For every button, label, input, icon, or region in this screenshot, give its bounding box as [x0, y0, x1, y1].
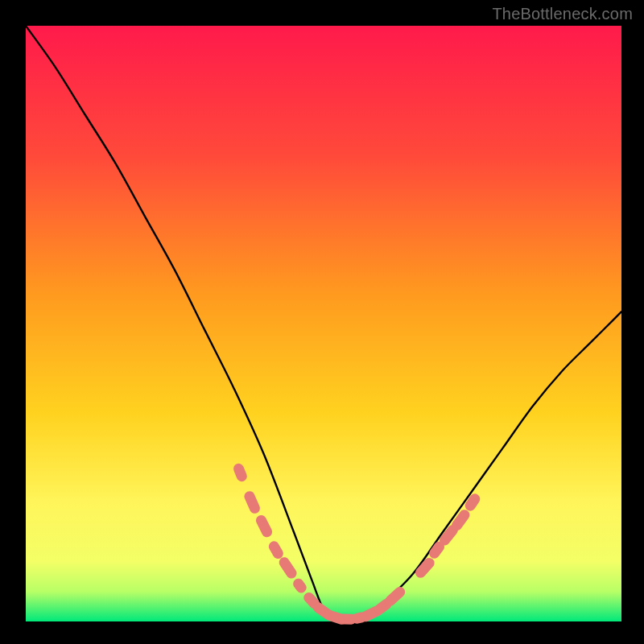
- marker-segment: [239, 469, 242, 476]
- watermark-text: TheBottleneck.com: [492, 5, 633, 23]
- marker-segment: [444, 530, 452, 540]
- plot-background: [26, 26, 621, 621]
- marker-segment: [274, 547, 278, 554]
- marker-segment: [299, 584, 302, 588]
- marker-segment: [456, 515, 464, 526]
- marker-segment: [390, 592, 400, 601]
- marker-segment: [284, 563, 291, 573]
- marker-segment: [261, 520, 266, 531]
- chart-svg: [0, 0, 644, 644]
- marker-segment: [250, 497, 255, 509]
- chart-stage: TheBottleneck.com: [0, 0, 644, 644]
- marker-segment: [470, 499, 475, 506]
- marker-segment: [380, 605, 386, 609]
- marker-segment: [309, 597, 315, 603]
- marker-segment: [365, 611, 377, 617]
- marker-segment: [435, 547, 440, 553]
- marker-segment: [420, 563, 429, 572]
